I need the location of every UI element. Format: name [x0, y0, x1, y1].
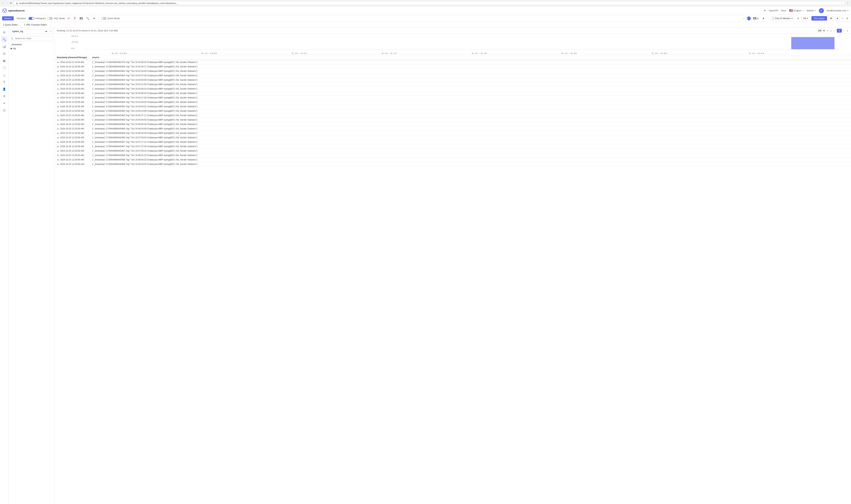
org-selector-btn[interactable]: default ▼: [806, 9, 816, 12]
schedule-refresh-btn[interactable]: ↺: [796, 16, 800, 21]
svg-text:12:12: 12:12: [381, 53, 397, 54]
auto-refresh-toggle[interactable]: ●: [742, 17, 745, 20]
svg-text:12:18: 12:18: [651, 53, 667, 54]
expand-row-btn[interactable]: ▶: [57, 137, 59, 139]
expand-row-btn[interactable]: ▶: [57, 106, 59, 108]
expand-row-btn[interactable]: ▶: [57, 141, 59, 143]
chevron-down-icon: ▼: [802, 10, 804, 12]
table-row: ▶ 2024-10-20 12:20:06.440 {"_timestamp":…: [55, 162, 851, 166]
back-btn[interactable]: ←: [2, 2, 5, 5]
expand-row-btn[interactable]: ▶: [57, 66, 59, 68]
histogram-toggle[interactable]: [29, 17, 34, 20]
cell-source: {"_timestamp":1729444806440463,"log":"Oc…: [90, 78, 851, 82]
sidebar-item-list[interactable]: ☰: [1, 107, 7, 113]
sidebar-item-integrations[interactable]: ✦: [1, 100, 7, 106]
quick-mode-toggle[interactable]: [101, 17, 106, 20]
cell-source: {"_timestamp":1729444806440468,"log":"Oc…: [90, 153, 851, 158]
forward-btn[interactable]: →: [6, 2, 8, 5]
docs-btn[interactable]: Docs: [781, 9, 786, 12]
download-dropdown-btn[interactable]: ▼: [835, 16, 840, 21]
openapi-btn[interactable]: OpenAPI: [769, 9, 778, 12]
search-icon-btn[interactable]: 🔍: [85, 16, 90, 21]
timestamp-field-label: _timestamp: [11, 43, 22, 46]
next-page-btn[interactable]: ›: [843, 29, 845, 33]
sidebar-item-alert[interactable]: △: [1, 72, 7, 78]
sidebar-item-document[interactable]: 📄: [1, 65, 7, 71]
expand-row-btn[interactable]: ▶: [57, 70, 59, 72]
first-page-btn[interactable]: «: [830, 29, 832, 33]
time-range-picker[interactable]: 🕐 Past 15 Minutes ▼: [770, 17, 795, 20]
query-editor-tab[interactable]: 1 Query Editor:: [0, 22, 21, 28]
sidebar-item-home[interactable]: ⊞: [1, 29, 7, 35]
table-row: ▶ 2024-10-20 12:20:06.440 {"_timestamp":…: [55, 140, 851, 144]
user-menu-btn[interactable]: test@example.com ▼: [827, 9, 849, 12]
expand-row-btn[interactable]: ▶: [57, 128, 59, 130]
quick-mode-toggle-wrap: Quick Mode: [101, 17, 120, 20]
sidebar-item-filter[interactable]: ⊽: [1, 79, 7, 85]
vrl-editor-tab[interactable]: 1 VRL Function Editor:: [21, 22, 50, 28]
expand-row-btn[interactable]: ▶: [57, 74, 59, 77]
svg-point-0: [2, 8, 7, 13]
history-btn[interactable]: ⟲: [845, 16, 849, 21]
expand-row-btn[interactable]: ▶: [57, 132, 59, 134]
fx-btn[interactable]: 💾 fx: [752, 16, 760, 21]
fx-dropdown[interactable]: ▼: [761, 16, 766, 21]
expand-row-btn[interactable]: ▶: [57, 88, 59, 90]
expand-row-btn[interactable]: ▶: [57, 119, 59, 121]
expand-row-btn[interactable]: ▶: [57, 163, 59, 165]
sidebar-item-users[interactable]: 👤: [1, 86, 7, 92]
log-field-group[interactable]: ▶ log: [8, 47, 54, 50]
download-btn[interactable]: ⬇: [829, 16, 834, 21]
expand-row-btn[interactable]: ▶: [57, 110, 59, 112]
vrl-toggle[interactable]: R: [747, 17, 751, 20]
expand-row-btn[interactable]: ▶: [57, 145, 59, 148]
logo-text: openobserve: [8, 9, 25, 12]
browser-bar: ← → ↻ 🔒 localhost:5080/web/logs?stream_t…: [0, 0, 851, 6]
cell-source: {"_timestamp":1729444806440464,"log":"Oc…: [90, 91, 851, 95]
sidebar-item-search[interactable]: 🔍: [1, 36, 7, 42]
sql-mode-toggle[interactable]: [47, 17, 53, 20]
more-options-btn[interactable]: ▼: [92, 16, 97, 21]
reload-btn[interactable]: ↻: [10, 2, 12, 5]
address-bar[interactable]: 🔒 localhost:5080/web/logs?stream_type=lo…: [14, 1, 845, 5]
per-page-select[interactable]: 100: [816, 29, 826, 33]
refresh-query-btn[interactable]: ↺: [66, 16, 71, 21]
cell-timestamp: ▶ 2024-10-20 12:20:06.440: [55, 158, 90, 162]
expand-row-btn[interactable]: ▶: [57, 154, 59, 157]
search-tab-btn[interactable]: Search: [2, 16, 14, 20]
current-page: 1: [837, 29, 842, 33]
svg-text:12:10: 12:10: [291, 53, 307, 54]
sidebar-item-grid[interactable]: ⊟: [1, 50, 7, 57]
svg-text:12:20: 12:20: [748, 53, 764, 54]
expand-row-btn[interactable]: ▶: [57, 92, 59, 94]
expand-row-btn[interactable]: ▶: [57, 101, 59, 103]
help-btn[interactable]: ❓: [72, 16, 77, 21]
timestamp-field-item[interactable]: _timestamp: [8, 42, 54, 47]
expand-row-btn[interactable]: ▶: [57, 159, 59, 161]
expand-row-btn[interactable]: ▶: [57, 83, 59, 86]
run-query-btn[interactable]: Run query: [812, 16, 827, 21]
expand-row-btn[interactable]: ▶: [57, 61, 59, 64]
language-btn[interactable]: 🇺🇸 English ▼: [789, 9, 804, 13]
field-search-input[interactable]: [10, 36, 53, 41]
cell-timestamp: ▶ 2024-10-20 12:20:06.440: [55, 87, 90, 91]
expand-row-btn[interactable]: ▶: [57, 123, 59, 126]
stream-selector[interactable]: system_log: [10, 29, 48, 34]
share-btn[interactable]: ⤴: [841, 16, 844, 21]
collapse-panel-btn[interactable]: ‹: [49, 29, 53, 34]
expand-row-btn[interactable]: ▶: [57, 79, 59, 81]
sidebar-item-table[interactable]: ▦: [1, 57, 7, 64]
save-btn[interactable]: 💾: [79, 16, 84, 21]
prev-page-btn[interactable]: ‹: [833, 29, 836, 33]
star-icon: ☆: [841, 2, 843, 4]
last-page-btn[interactable]: »: [846, 29, 849, 33]
menu-btn[interactable]: ⋮: [846, 2, 849, 5]
sidebar-item-chart-bar[interactable]: 📊: [1, 43, 7, 50]
sidebar-item-settings[interactable]: ⚙: [1, 93, 7, 99]
cell-timestamp: ▶ 2024-10-20 12:20:06.440: [55, 95, 90, 100]
expand-row-btn[interactable]: ▶: [57, 96, 59, 99]
visualize-tab-btn[interactable]: Visualize: [15, 16, 27, 20]
expand-row-btn[interactable]: ▶: [57, 150, 59, 152]
expand-row-btn[interactable]: ▶: [57, 114, 59, 116]
theme-toggle-btn[interactable]: ☀: [764, 9, 766, 12]
